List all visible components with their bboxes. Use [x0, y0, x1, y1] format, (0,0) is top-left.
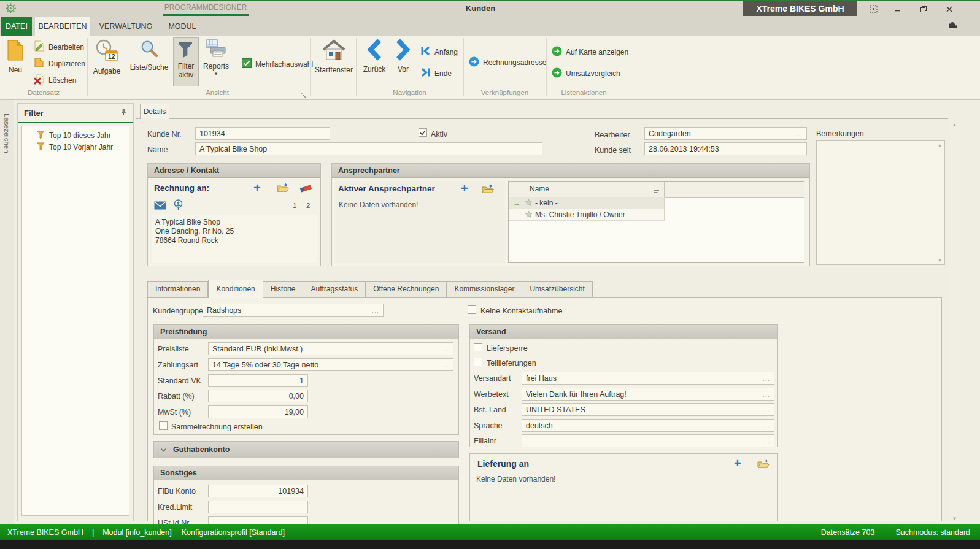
open-folder-icon[interactable]: [757, 459, 770, 471]
duplizieren-button[interactable]: Duplizieren: [34, 57, 85, 70]
filialnr-input[interactable]: ...: [522, 434, 774, 447]
mehrfachauswahl-checkbox[interactable]: Mehrfachauswahl: [242, 58, 313, 70]
standard-vk-input[interactable]: 1: [208, 374, 308, 387]
kundengruppe-input[interactable]: Radshops ...: [203, 304, 384, 317]
memo-scroll-down-icon[interactable]: ▼: [938, 258, 942, 263]
restore-button[interactable]: [916, 4, 932, 14]
select-window-icon[interactable]: [865, 4, 881, 14]
programmdesigner-tab[interactable]: PROGRAMMDESIGNER: [163, 1, 249, 16]
aktiv-checkbox[interactable]: [419, 128, 427, 137]
bookmarks-side-strip[interactable]: Lesezeichen: [0, 100, 14, 524]
scroll-down-icon[interactable]: ▼: [949, 516, 960, 521]
memo-scroll-up-icon[interactable]: ▲: [938, 143, 942, 147]
open-folder-icon[interactable]: [277, 183, 289, 195]
loeschen-button[interactable]: Löschen: [34, 74, 76, 86]
sort-icon[interactable]: [654, 186, 660, 198]
reports-dropdown-button[interactable]: Reports ▾: [201, 39, 231, 77]
contact-row[interactable]: Ms. Christie Trujillo / Owner: [509, 209, 665, 221]
tab-konditionen[interactable]: Konditionen: [208, 280, 263, 298]
gear-icon[interactable]: [5, 2, 17, 17]
vor-button[interactable]: Vor: [390, 39, 416, 74]
close-button[interactable]: [941, 4, 957, 14]
filter-item-top10-vorjahr[interactable]: Top 10 Vorjahr Jahr: [22, 141, 129, 153]
tab-informationen[interactable]: Informationen: [147, 281, 208, 298]
name-input[interactable]: A Typical Bike Shop: [195, 142, 542, 155]
add-address-icon[interactable]: +: [253, 182, 261, 193]
bemerkungen-textarea[interactable]: ▲ ▼: [816, 140, 945, 265]
tab-details[interactable]: Details: [140, 104, 169, 119]
aufgabe-button[interactable]: 12 Aufgabe: [90, 39, 124, 75]
address-page-2[interactable]: 2: [306, 202, 310, 209]
billing-address-block[interactable]: A Typical Bike Shop One Dancing, Rr No. …: [152, 215, 317, 263]
tab-verwaltung[interactable]: VERWALTUNG: [96, 17, 156, 36]
contacts-table-header[interactable]: Name: [509, 182, 804, 198]
dialog-launcher-icon[interactable]: [301, 90, 307, 101]
tab-datei[interactable]: DATEI: [1, 17, 32, 36]
teillieferungen-checkbox[interactable]: [474, 358, 482, 366]
kred-limit-input[interactable]: [208, 501, 308, 513]
scroll-up-icon[interactable]: ▲: [949, 122, 960, 128]
ellipsis-button[interactable]: ...: [763, 437, 770, 445]
werbetext-input[interactable]: Vielen Dank für Ihren Auftrag! ...: [522, 388, 774, 401]
ellipsis-button[interactable]: ...: [442, 345, 449, 353]
vertical-scrollbar[interactable]: ▲ ▼: [949, 119, 960, 524]
tab-auftragsstatus[interactable]: Auftragsstatus: [303, 281, 366, 298]
liste-suche-button[interactable]: Liste/Suche: [129, 39, 169, 72]
ellipsis-button[interactable]: ...: [442, 361, 449, 369]
neu-button[interactable]: Neu: [2, 39, 28, 74]
ellipsis-button[interactable]: ...: [795, 130, 803, 137]
filter-aktiv-toggle[interactable]: Filter aktiv: [173, 37, 199, 86]
liefersperre-checkbox[interactable]: [474, 343, 482, 351]
startfenster-button[interactable]: Startfenster: [312, 39, 356, 74]
ellipsis-button[interactable]: ...: [372, 307, 379, 314]
name-column-header[interactable]: Name: [530, 185, 549, 193]
minimize-button[interactable]: [890, 4, 906, 14]
auf-karte-anzeigen-button[interactable]: Auf Karte anzeigen: [552, 46, 628, 58]
pin-icon[interactable]: [120, 109, 127, 118]
ende-button[interactable]: Ende: [420, 67, 452, 79]
add-delivery-address-icon[interactable]: +: [734, 458, 741, 469]
fibu-konto-input[interactable]: 101934: [208, 485, 308, 497]
ust-id-nr-input[interactable]: [208, 516, 308, 524]
zahlungsart-input[interactable]: 14 Tage 5% oder 30 Tage netto ...: [208, 358, 453, 371]
contact-pin-icon[interactable]: [174, 199, 183, 213]
group-label-navigation: Navigation: [356, 89, 463, 96]
filter-item-top10-dieses-jahr[interactable]: Top 10 dieses Jahr: [22, 129, 129, 141]
tab-kommissionslager[interactable]: Kommissionslager: [447, 281, 522, 298]
ellipsis-button[interactable]: ...: [763, 422, 770, 429]
keine-kontaktaufnahme-checkbox[interactable]: [468, 305, 476, 314]
tab-offene-rechnungen[interactable]: Offene Rechnungen: [366, 281, 447, 298]
kunde-seit-input[interactable]: 28.06.2013 19:44:53: [644, 142, 807, 155]
umsatzvergleich-button[interactable]: Umsatzvergleich: [552, 67, 620, 80]
zurueck-button[interactable]: Zurück: [360, 39, 389, 74]
rechnungsadresse-button[interactable]: Rechnungsadresse: [469, 56, 546, 69]
ellipsis-button[interactable]: ...: [763, 375, 770, 382]
puzzle-icon[interactable]: [947, 20, 957, 32]
contact-row-selected[interactable]: → - kein -: [509, 197, 665, 209]
sprache-input[interactable]: deutsch ...: [522, 419, 774, 432]
ellipsis-button[interactable]: ...: [763, 391, 770, 398]
sammelrechnung-checkbox[interactable]: [159, 421, 168, 430]
address-page-1[interactable]: 1: [293, 202, 296, 209]
tab-bearbeiten[interactable]: BEARBEITEN: [35, 17, 90, 36]
anfang-button[interactable]: Anfang: [420, 46, 458, 58]
open-folder-icon[interactable]: [482, 184, 494, 196]
tab-umsatzuebersicht[interactable]: Umsatzübersicht: [522, 281, 592, 298]
tab-modul[interactable]: MODUL: [161, 17, 203, 36]
versandart-input[interactable]: frei Haus ...: [522, 372, 774, 385]
bearbeiter-input[interactable]: Codegarden ...: [644, 127, 807, 140]
bst-land-input[interactable]: UNITED STATES ...: [522, 403, 774, 416]
guthabenkonto-collapsed-bar[interactable]: Guthabenkonto: [153, 441, 459, 458]
funnel-icon: [37, 131, 45, 140]
tab-historie[interactable]: Historie: [263, 281, 304, 298]
bearbeiten-button[interactable]: Bearbeiten: [34, 40, 84, 53]
rabatt-input[interactable]: 0,00: [208, 390, 308, 402]
ellipsis-button[interactable]: ...: [763, 406, 770, 413]
email-envelope-icon[interactable]: [154, 201, 166, 212]
preisliste-input[interactable]: Standard EUR (inkl.Mwst.) ...: [208, 342, 453, 355]
mwst-input[interactable]: 19,00: [208, 405, 308, 418]
chevron-down-icon[interactable]: [160, 448, 167, 452]
kunde-nr-input[interactable]: 101934: [195, 127, 330, 140]
add-contact-icon[interactable]: +: [461, 183, 468, 194]
eraser-icon[interactable]: [299, 183, 312, 195]
